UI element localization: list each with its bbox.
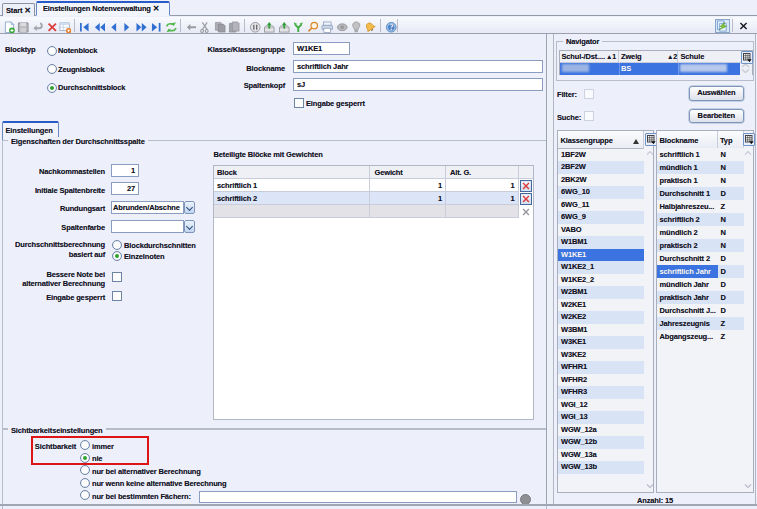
svg-text:?: ? bbox=[389, 22, 393, 31]
